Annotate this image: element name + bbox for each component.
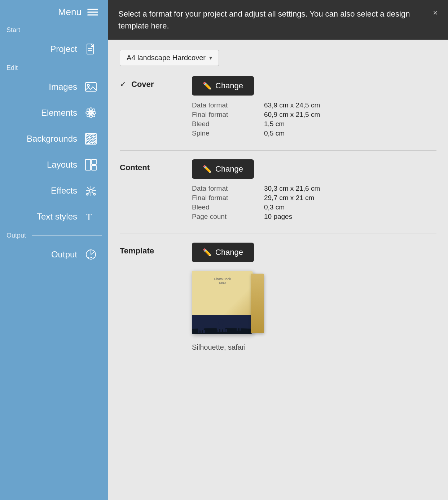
- content-content-col: ✏️ Change Data format 30,3 cm x 21,6 cm …: [192, 159, 436, 223]
- svg-rect-58: [223, 329, 225, 332]
- tooltip-banner: Select a format for your project and adj…: [108, 0, 448, 40]
- svg-rect-51: [240, 327, 241, 331]
- svg-rect-65: [204, 330, 205, 333]
- svg-point-12: [86, 112, 91, 118]
- sidebar-item-output[interactable]: Output: [0, 242, 108, 267]
- cover-change-button[interactable]: ✏️ Change: [192, 76, 254, 96]
- sidebar-item-layouts[interactable]: Layouts: [0, 152, 108, 178]
- svg-rect-56: [218, 329, 219, 332]
- content-label: Content: [120, 163, 150, 172]
- start-label: Start: [6, 26, 20, 34]
- svg-rect-3: [85, 83, 96, 91]
- content-template-divider: [120, 234, 436, 234]
- svg-rect-28: [85, 159, 91, 170]
- cover-change-label: Change: [215, 81, 243, 90]
- animals-silhouette: [192, 315, 253, 334]
- output-section-divider: Output: [0, 230, 108, 242]
- content-data-format-value: 30,3 cm x 21,6 cm: [264, 185, 436, 193]
- cover-data-format-label: Data format: [192, 101, 257, 109]
- content-bleed-label: Bleed: [192, 203, 257, 211]
- pencil-icon-2: ✏️: [203, 165, 212, 173]
- svg-line-32: [92, 187, 95, 189]
- main-content: Select a format for your project and adj…: [108, 0, 448, 500]
- sidebar-item-project[interactable]: Project: [0, 36, 108, 62]
- book-cover: Photo BookSafari: [192, 271, 253, 334]
- svg-line-44: [91, 252, 95, 255]
- svg-rect-64: [203, 330, 204, 333]
- template-label: Template: [120, 246, 154, 256]
- sidebar-item-effects[interactable]: Effects: [0, 178, 108, 204]
- cover-final-format-label: Final format: [192, 111, 257, 119]
- elements-label: Elements: [41, 108, 77, 118]
- cover-spine-value: 0,5 cm: [264, 129, 436, 137]
- svg-rect-30: [92, 165, 96, 170]
- effects-icon: [84, 183, 98, 198]
- cover-final-format-value: 60,9 cm x 21,5 cm: [264, 111, 436, 119]
- book-spine: [251, 274, 264, 333]
- svg-rect-57: [220, 329, 222, 332]
- cover-bleed-label: Bleed: [192, 120, 257, 128]
- cover-section: ✓ Cover ✏️ Change Data format 63,9 cm x …: [120, 76, 436, 140]
- template-name: Silhouette, safari: [192, 343, 246, 351]
- content-change-button[interactable]: ✏️ Change: [192, 159, 254, 179]
- pencil-icon: ✏️: [203, 81, 212, 90]
- cover-checkmark: ✓: [120, 80, 126, 89]
- text-icon: T: [84, 209, 98, 224]
- backgrounds-label: Backgrounds: [27, 134, 77, 144]
- svg-point-11: [91, 108, 96, 113]
- hamburger-icon[interactable]: [87, 9, 98, 16]
- tooltip-text: Select a format for your project and adj…: [118, 9, 410, 30]
- content-page-count-label: Page count: [192, 213, 257, 221]
- format-dropdown-label: A4 landscape Hardcover: [127, 54, 206, 62]
- content-final-format-label: Final format: [192, 194, 257, 202]
- cover-specs-table: Data format 63,9 cm x 24,5 cm Final form…: [192, 101, 436, 137]
- svg-rect-53: [238, 316, 239, 317]
- layout-icon: [84, 158, 98, 172]
- svg-point-13: [91, 112, 96, 118]
- svg-point-40: [87, 194, 88, 195]
- svg-point-10: [86, 108, 91, 113]
- sidebar-item-text-styles[interactable]: Text styles T: [0, 204, 108, 230]
- template-book-thumbnail: Photo BookSafari: [192, 271, 264, 337]
- document-icon: [84, 42, 98, 56]
- template-change-label: Change: [215, 248, 243, 257]
- content-data-format-label: Data format: [192, 185, 257, 193]
- close-button[interactable]: ×: [429, 6, 442, 19]
- cover-data-format-value: 63,9 cm x 24,5 cm: [264, 101, 436, 109]
- effects-label: Effects: [51, 186, 77, 196]
- svg-text:T: T: [86, 211, 92, 222]
- sidebar-item-backgrounds[interactable]: Backgrounds: [0, 126, 108, 152]
- content-bleed-value: 0,3 cm: [264, 203, 436, 211]
- content-section: Content ✏️ Change Data format 30,3 cm x …: [120, 159, 436, 223]
- svg-point-55: [218, 319, 224, 325]
- content-change-label: Change: [215, 164, 243, 174]
- svg-rect-59: [225, 329, 227, 332]
- template-section: Template ✏️ Change Photo BookSafari: [120, 243, 436, 351]
- template-image-area: Photo BookSafari: [192, 271, 436, 351]
- template-content-col: ✏️ Change Photo BookSafari: [192, 243, 436, 351]
- svg-line-38: [87, 187, 89, 189]
- svg-rect-62: [198, 330, 199, 333]
- text-styles-label: Text styles: [37, 212, 77, 222]
- chevron-down-icon: ▾: [209, 54, 212, 61]
- book-title-text: Photo BookSafari: [214, 277, 231, 284]
- edit-section-divider: Edit: [0, 62, 108, 74]
- cover-bleed-value: 1,5 cm: [264, 120, 436, 128]
- images-label: Images: [49, 82, 77, 92]
- cover-content-divider: [120, 150, 436, 151]
- menu-header[interactable]: Menu: [0, 0, 108, 24]
- project-label: Project: [50, 44, 77, 54]
- content-final-format-value: 29,7 cm x 21 cm: [264, 194, 436, 202]
- cover-label-col: ✓ Cover: [120, 76, 192, 89]
- pencil-icon-3: ✏️: [203, 248, 212, 257]
- format-dropdown[interactable]: A4 landscape Hardcover ▾: [120, 50, 219, 66]
- sidebar-item-elements[interactable]: Elements: [0, 100, 108, 126]
- output-icon: [84, 247, 98, 262]
- output-label: Output: [51, 249, 77, 260]
- template-change-button[interactable]: ✏️ Change: [192, 243, 254, 262]
- svg-rect-29: [92, 159, 96, 164]
- svg-rect-50: [237, 327, 238, 331]
- image-icon: [84, 80, 98, 94]
- sidebar-item-images[interactable]: Images: [0, 74, 108, 100]
- sidebar: Menu Start Project Edit Images Elements: [0, 0, 108, 500]
